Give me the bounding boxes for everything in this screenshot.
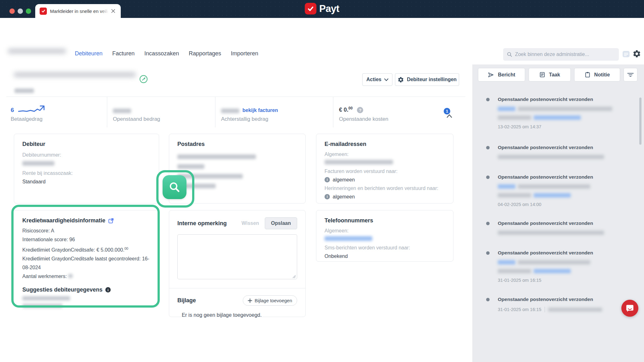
activity-sidebar: Bericht Taak Notitie Openstaande posteno… bbox=[472, 64, 644, 362]
timeline-bullet-icon bbox=[486, 175, 490, 179]
traffic-light-zoom[interactable] bbox=[26, 8, 31, 14]
clipboard-icon bbox=[585, 72, 591, 78]
timeline-entry[interactable]: Openstaande postenoverzicht verzonden 31… bbox=[486, 296, 631, 312]
timeline-entry[interactable]: Openstaande postenoverzicht verzonden 13… bbox=[486, 96, 631, 129]
stat-betaalgedrag[interactable]: 6 Betaalgedrag bbox=[6, 97, 107, 127]
bericht-label: Bericht bbox=[498, 72, 515, 78]
task-list-icon bbox=[539, 72, 545, 78]
kredietwaardigheid-card: Kredietwaardigheidsinformatie Risicoscor… bbox=[14, 210, 159, 307]
debiteurnummer-redacted bbox=[22, 161, 54, 166]
redacted-link bbox=[534, 115, 581, 120]
interne-opmerking-textarea[interactable] bbox=[177, 234, 297, 279]
redacted-text bbox=[498, 193, 531, 198]
taak-button[interactable]: Taak bbox=[529, 68, 571, 81]
redacted-text bbox=[518, 184, 590, 189]
browser-topbar: Marktleider in snelle en veilige Payt bbox=[0, 0, 644, 18]
magnifier-button[interactable] bbox=[163, 175, 186, 199]
openstaand-value-redacted bbox=[113, 109, 131, 113]
info-icon[interactable]: i bbox=[325, 194, 330, 199]
kosten-label: Openstaande kosten bbox=[339, 116, 427, 122]
internationale-score-line: Internationale score: 96 bbox=[22, 235, 151, 244]
administration-name-redacted bbox=[8, 49, 66, 53]
notes-icon[interactable] bbox=[622, 50, 630, 60]
nav-item-importeren[interactable]: Importeren bbox=[231, 50, 258, 57]
browser-tab[interactable]: Marktleider in snelle en veilige bbox=[35, 4, 121, 18]
info-icon[interactable]: i bbox=[105, 287, 111, 292]
traffic-light-minimize[interactable] bbox=[18, 8, 23, 14]
herinneringen-value: algemeen bbox=[333, 192, 355, 201]
werknemers-label: Aantal werknemers: bbox=[22, 274, 67, 279]
telefoonnummers-card: Telefoonnummers Algemeen: Sms-berichten … bbox=[316, 210, 453, 262]
stat-openstaande-kosten: € 0.00 ? Openstaande kosten bbox=[333, 97, 427, 127]
timeline-entry-title: Openstaande postenoverzicht verzonden bbox=[498, 250, 631, 256]
search-input[interactable] bbox=[515, 52, 615, 57]
nav-item-facturen[interactable]: Facturen bbox=[112, 50, 135, 57]
redacted-text bbox=[518, 260, 590, 265]
timeline-entry[interactable]: Openstaande postenoverzicht verzonden bbox=[486, 144, 631, 159]
opslaan-button[interactable]: Opslaan bbox=[265, 217, 297, 229]
betaalgedrag-label: Betaalgedrag bbox=[11, 116, 107, 122]
timeline-entry-title: Openstaande postenoverzicht verzonden bbox=[498, 144, 631, 151]
bijlage-toevoegen-button[interactable]: Bijlage toevoegen bbox=[243, 295, 297, 306]
resize-grip-icon[interactable] bbox=[292, 275, 296, 278]
nav-item-rapportages[interactable]: Rapportages bbox=[189, 50, 221, 57]
email-algemeen-label: Algemeen: bbox=[325, 150, 445, 159]
notitie-button[interactable]: Notitie bbox=[574, 68, 620, 81]
debiteurnummer-label: Debiteurnummer: bbox=[22, 151, 151, 159]
sidebar-scrollbar[interactable] bbox=[639, 97, 641, 145]
timeline-entry[interactable]: Openstaande postenoverzicht verzonden bbox=[486, 220, 631, 235]
debiteur-card-title: Debiteur bbox=[22, 141, 151, 148]
acties-label: Acties bbox=[366, 77, 381, 82]
bekijk-facturen-link[interactable]: bekijk facturen bbox=[242, 108, 278, 113]
debtor-name-redacted bbox=[14, 72, 136, 77]
help-icon[interactable]: ? bbox=[357, 107, 363, 113]
redacted-text bbox=[498, 155, 604, 159]
stats-panel: 6 Betaalgedrag Openstaand bedrag bekijk … bbox=[6, 97, 465, 127]
bericht-button[interactable]: Bericht bbox=[478, 68, 525, 81]
search-box bbox=[503, 48, 619, 61]
filter-button[interactable] bbox=[624, 68, 637, 81]
score-gauge-icon[interactable] bbox=[139, 75, 148, 85]
debtor-subtitle-redacted bbox=[14, 88, 34, 93]
acties-button[interactable]: Acties bbox=[362, 73, 392, 86]
app-window: Marktleider in snelle en veilige Payt De… bbox=[0, 0, 644, 362]
nav-item-incassozaken[interactable]: Incassozaken bbox=[144, 50, 179, 57]
external-link-icon[interactable] bbox=[108, 218, 114, 224]
timeline-entry[interactable]: Openstaande postenoverzicht verzonden 31… bbox=[486, 250, 631, 283]
nav-item-debiteuren[interactable]: Debiteuren bbox=[75, 50, 103, 57]
timeline-entry-title: Openstaande postenoverzicht verzonden bbox=[498, 96, 631, 103]
tab-close-icon[interactable] bbox=[110, 8, 116, 14]
wissen-button[interactable]: Wissen bbox=[242, 220, 259, 226]
payt-logo: Payt bbox=[305, 3, 339, 14]
timeline-bullet-icon bbox=[486, 298, 490, 301]
payment-trend-chart-icon bbox=[17, 104, 46, 113]
chat-launcher-button[interactable] bbox=[621, 300, 638, 317]
debiteur-card: Debiteur Debiteurnummer: Rente bij incas… bbox=[14, 134, 159, 203]
bijlage-title: Bijlage bbox=[177, 297, 243, 304]
info-icon[interactable]: i bbox=[325, 177, 330, 182]
redacted-text bbox=[518, 107, 612, 111]
payt-favicon-icon bbox=[40, 8, 47, 15]
sidebar-actions: Bericht Taak Notitie bbox=[478, 68, 638, 81]
chat-bubble-icon bbox=[625, 304, 635, 313]
herinneringen-label: Herinneringen en berichten worden verstu… bbox=[325, 184, 445, 192]
achterstallig-label: Achterstallig bedrag bbox=[221, 116, 333, 122]
werknemers-line: Aantal werknemers: bbox=[22, 272, 151, 281]
kosten-value: € 0. bbox=[339, 107, 348, 113]
settings-label: Debiteur instellingen bbox=[407, 77, 457, 82]
settings-gear-icon[interactable] bbox=[632, 49, 641, 59]
chevron-down-icon bbox=[384, 78, 388, 81]
filter-icon bbox=[627, 72, 634, 77]
email-algemeen-redacted bbox=[325, 160, 393, 164]
bijlage-empty-text: Er is nog geen bijlage toegevoegd. bbox=[182, 312, 297, 318]
timeline-entry-title: Openstaande postenoverzicht verzonden bbox=[498, 220, 631, 226]
tab-title: Marktleider in snelle en veilige bbox=[50, 8, 108, 14]
traffic-light-close[interactable] bbox=[9, 8, 15, 14]
werknemers-value-redacted bbox=[68, 274, 73, 278]
timeline-entry[interactable]: Openstaande postenoverzicht verzonden 04… bbox=[486, 174, 631, 207]
main-nav: Debiteuren Facturen Incassozaken Rapport… bbox=[75, 50, 258, 57]
debiteur-instellingen-button[interactable]: Debiteur instellingen bbox=[395, 73, 459, 86]
postadres-card: Postadres bbox=[169, 134, 306, 203]
collapse-chevron-up-icon[interactable] bbox=[446, 114, 452, 120]
timeline-bullet-icon bbox=[486, 146, 490, 149]
